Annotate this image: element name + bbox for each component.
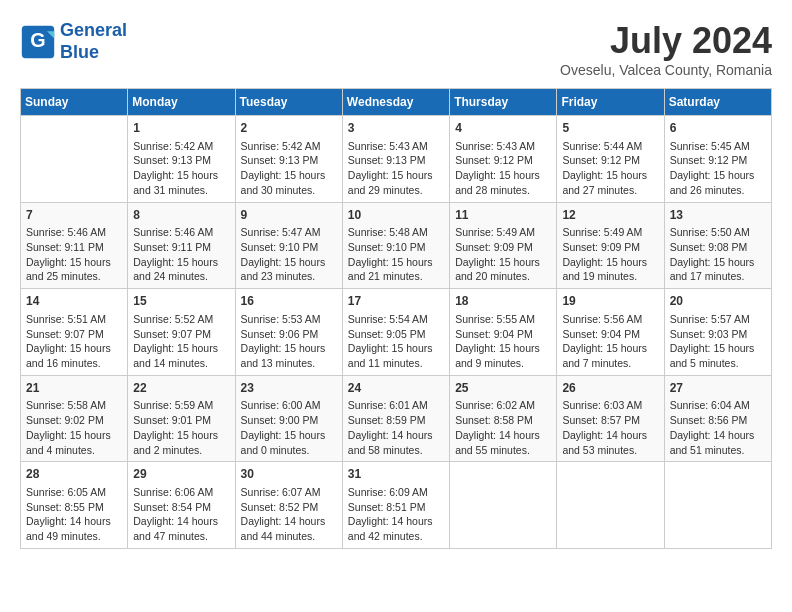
calendar-cell: 1Sunrise: 5:42 AMSunset: 9:13 PMDaylight… xyxy=(128,116,235,203)
day-info: Sunrise: 5:51 AMSunset: 9:07 PMDaylight:… xyxy=(26,312,122,371)
calendar-cell: 14Sunrise: 5:51 AMSunset: 9:07 PMDayligh… xyxy=(21,289,128,376)
day-info: Sunrise: 5:46 AMSunset: 9:11 PMDaylight:… xyxy=(133,225,229,284)
day-info: Sunrise: 5:56 AMSunset: 9:04 PMDaylight:… xyxy=(562,312,658,371)
calendar-cell xyxy=(450,462,557,549)
calendar-cell: 23Sunrise: 6:00 AMSunset: 9:00 PMDayligh… xyxy=(235,375,342,462)
calendar-cell: 13Sunrise: 5:50 AMSunset: 9:08 PMDayligh… xyxy=(664,202,771,289)
page-header: G General Blue July 2024 Oveselu, Valcea… xyxy=(20,20,772,78)
weekday-header: Friday xyxy=(557,89,664,116)
calendar-cell xyxy=(21,116,128,203)
weekday-header: Wednesday xyxy=(342,89,449,116)
calendar-table: SundayMondayTuesdayWednesdayThursdayFrid… xyxy=(20,88,772,549)
calendar-cell: 18Sunrise: 5:55 AMSunset: 9:04 PMDayligh… xyxy=(450,289,557,376)
day-number: 13 xyxy=(670,207,766,224)
day-info: Sunrise: 5:43 AMSunset: 9:13 PMDaylight:… xyxy=(348,139,444,198)
day-number: 4 xyxy=(455,120,551,137)
day-number: 17 xyxy=(348,293,444,310)
day-info: Sunrise: 6:05 AMSunset: 8:55 PMDaylight:… xyxy=(26,485,122,544)
calendar-cell: 8Sunrise: 5:46 AMSunset: 9:11 PMDaylight… xyxy=(128,202,235,289)
day-info: Sunrise: 5:42 AMSunset: 9:13 PMDaylight:… xyxy=(241,139,337,198)
day-info: Sunrise: 5:54 AMSunset: 9:05 PMDaylight:… xyxy=(348,312,444,371)
day-number: 24 xyxy=(348,380,444,397)
calendar-cell: 2Sunrise: 5:42 AMSunset: 9:13 PMDaylight… xyxy=(235,116,342,203)
day-number: 2 xyxy=(241,120,337,137)
calendar-cell: 30Sunrise: 6:07 AMSunset: 8:52 PMDayligh… xyxy=(235,462,342,549)
logo-icon: G xyxy=(20,24,56,60)
weekday-header: Thursday xyxy=(450,89,557,116)
day-number: 15 xyxy=(133,293,229,310)
calendar-cell: 25Sunrise: 6:02 AMSunset: 8:58 PMDayligh… xyxy=(450,375,557,462)
day-info: Sunrise: 6:00 AMSunset: 9:00 PMDaylight:… xyxy=(241,398,337,457)
calendar-cell: 29Sunrise: 6:06 AMSunset: 8:54 PMDayligh… xyxy=(128,462,235,549)
calendar-cell xyxy=(664,462,771,549)
day-number: 27 xyxy=(670,380,766,397)
day-number: 18 xyxy=(455,293,551,310)
day-info: Sunrise: 5:58 AMSunset: 9:02 PMDaylight:… xyxy=(26,398,122,457)
day-number: 10 xyxy=(348,207,444,224)
calendar-cell: 3Sunrise: 5:43 AMSunset: 9:13 PMDaylight… xyxy=(342,116,449,203)
day-info: Sunrise: 5:59 AMSunset: 9:01 PMDaylight:… xyxy=(133,398,229,457)
day-info: Sunrise: 6:03 AMSunset: 8:57 PMDaylight:… xyxy=(562,398,658,457)
day-number: 19 xyxy=(562,293,658,310)
day-info: Sunrise: 6:09 AMSunset: 8:51 PMDaylight:… xyxy=(348,485,444,544)
day-info: Sunrise: 5:53 AMSunset: 9:06 PMDaylight:… xyxy=(241,312,337,371)
calendar-cell: 12Sunrise: 5:49 AMSunset: 9:09 PMDayligh… xyxy=(557,202,664,289)
calendar-cell: 9Sunrise: 5:47 AMSunset: 9:10 PMDaylight… xyxy=(235,202,342,289)
day-number: 1 xyxy=(133,120,229,137)
day-number: 23 xyxy=(241,380,337,397)
location: Oveselu, Valcea County, Romania xyxy=(560,62,772,78)
day-info: Sunrise: 6:06 AMSunset: 8:54 PMDaylight:… xyxy=(133,485,229,544)
svg-text:G: G xyxy=(30,29,45,51)
day-number: 28 xyxy=(26,466,122,483)
calendar-cell: 28Sunrise: 6:05 AMSunset: 8:55 PMDayligh… xyxy=(21,462,128,549)
day-number: 25 xyxy=(455,380,551,397)
weekday-header: Monday xyxy=(128,89,235,116)
calendar-cell: 21Sunrise: 5:58 AMSunset: 9:02 PMDayligh… xyxy=(21,375,128,462)
calendar-cell: 6Sunrise: 5:45 AMSunset: 9:12 PMDaylight… xyxy=(664,116,771,203)
day-info: Sunrise: 5:49 AMSunset: 9:09 PMDaylight:… xyxy=(455,225,551,284)
day-number: 14 xyxy=(26,293,122,310)
day-info: Sunrise: 5:42 AMSunset: 9:13 PMDaylight:… xyxy=(133,139,229,198)
day-number: 16 xyxy=(241,293,337,310)
calendar-body: 1Sunrise: 5:42 AMSunset: 9:13 PMDaylight… xyxy=(21,116,772,549)
month-title: July 2024 xyxy=(560,20,772,62)
day-number: 31 xyxy=(348,466,444,483)
day-info: Sunrise: 5:45 AMSunset: 9:12 PMDaylight:… xyxy=(670,139,766,198)
day-info: Sunrise: 5:48 AMSunset: 9:10 PMDaylight:… xyxy=(348,225,444,284)
day-info: Sunrise: 6:01 AMSunset: 8:59 PMDaylight:… xyxy=(348,398,444,457)
logo: G General Blue xyxy=(20,20,127,63)
day-number: 22 xyxy=(133,380,229,397)
day-number: 21 xyxy=(26,380,122,397)
day-number: 6 xyxy=(670,120,766,137)
day-info: Sunrise: 5:57 AMSunset: 9:03 PMDaylight:… xyxy=(670,312,766,371)
day-number: 30 xyxy=(241,466,337,483)
day-info: Sunrise: 5:43 AMSunset: 9:12 PMDaylight:… xyxy=(455,139,551,198)
day-info: Sunrise: 5:52 AMSunset: 9:07 PMDaylight:… xyxy=(133,312,229,371)
calendar-cell: 26Sunrise: 6:03 AMSunset: 8:57 PMDayligh… xyxy=(557,375,664,462)
day-number: 20 xyxy=(670,293,766,310)
day-number: 11 xyxy=(455,207,551,224)
calendar-cell: 11Sunrise: 5:49 AMSunset: 9:09 PMDayligh… xyxy=(450,202,557,289)
day-info: Sunrise: 6:07 AMSunset: 8:52 PMDaylight:… xyxy=(241,485,337,544)
calendar-cell: 17Sunrise: 5:54 AMSunset: 9:05 PMDayligh… xyxy=(342,289,449,376)
day-number: 9 xyxy=(241,207,337,224)
day-info: Sunrise: 5:46 AMSunset: 9:11 PMDaylight:… xyxy=(26,225,122,284)
day-number: 3 xyxy=(348,120,444,137)
logo-text: General Blue xyxy=(60,20,127,63)
day-info: Sunrise: 5:47 AMSunset: 9:10 PMDaylight:… xyxy=(241,225,337,284)
calendar-cell: 10Sunrise: 5:48 AMSunset: 9:10 PMDayligh… xyxy=(342,202,449,289)
calendar-cell: 16Sunrise: 5:53 AMSunset: 9:06 PMDayligh… xyxy=(235,289,342,376)
day-info: Sunrise: 5:55 AMSunset: 9:04 PMDaylight:… xyxy=(455,312,551,371)
day-number: 5 xyxy=(562,120,658,137)
day-info: Sunrise: 5:44 AMSunset: 9:12 PMDaylight:… xyxy=(562,139,658,198)
calendar-cell xyxy=(557,462,664,549)
calendar-cell: 24Sunrise: 6:01 AMSunset: 8:59 PMDayligh… xyxy=(342,375,449,462)
calendar-header: SundayMondayTuesdayWednesdayThursdayFrid… xyxy=(21,89,772,116)
weekday-header: Tuesday xyxy=(235,89,342,116)
calendar-cell: 4Sunrise: 5:43 AMSunset: 9:12 PMDaylight… xyxy=(450,116,557,203)
day-number: 7 xyxy=(26,207,122,224)
calendar-cell: 15Sunrise: 5:52 AMSunset: 9:07 PMDayligh… xyxy=(128,289,235,376)
day-number: 12 xyxy=(562,207,658,224)
title-block: July 2024 Oveselu, Valcea County, Romani… xyxy=(560,20,772,78)
calendar-cell: 5Sunrise: 5:44 AMSunset: 9:12 PMDaylight… xyxy=(557,116,664,203)
